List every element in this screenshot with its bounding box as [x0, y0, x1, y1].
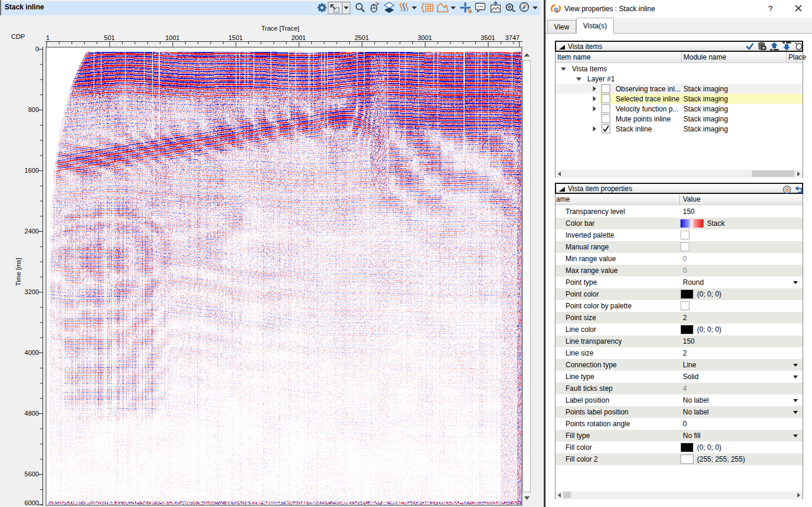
svg-text:g: g: [554, 5, 558, 12]
